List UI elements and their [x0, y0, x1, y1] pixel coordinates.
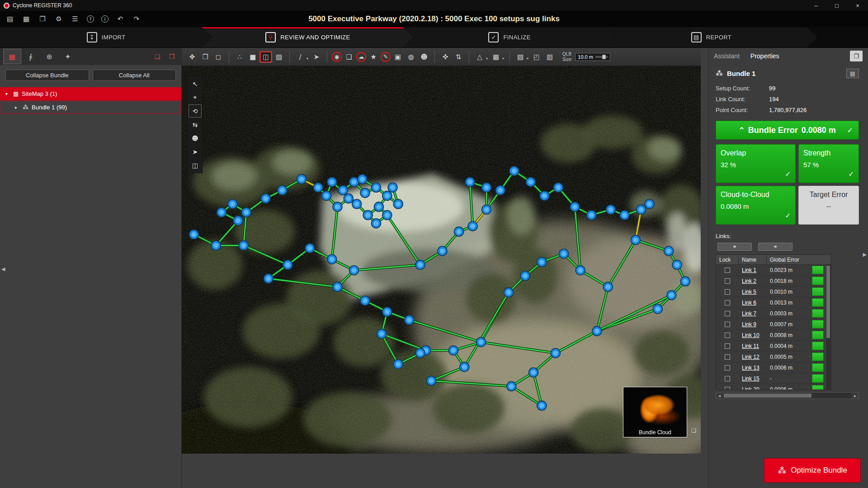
bundle-list-button[interactable]: ▤ [846, 69, 859, 78]
surface-view-icon[interactable]: ■ [247, 52, 259, 62]
link-name[interactable]: Link 13 [739, 365, 767, 371]
tree-item-sitemap[interactable]: ▾▦SiteMap 3 (1) [0, 87, 181, 100]
metric-tile-cloud-to-cloud[interactable]: Cloud-to-Cloud0.0080 m✓ [716, 186, 796, 225]
header-name[interactable]: Name [739, 255, 767, 264]
pan-view-icon[interactable]: ✥ [186, 52, 198, 62]
link-name[interactable]: Link 2 [739, 278, 767, 284]
point-render-icon[interactable]: ∴ [234, 52, 245, 62]
link-lock-checkbox[interactable] [725, 300, 730, 305]
link-row[interactable]: Link 120.0005 m [716, 352, 831, 362]
add-target-icon[interactable]: ◉ [332, 52, 342, 62]
vertical-scroll-thumb[interactable] [826, 266, 830, 338]
links-horizontal-scrollbar[interactable]: ◂ ▸ [716, 392, 859, 399]
add-tag-icon[interactable]: ❑ [343, 52, 355, 62]
scroll-left-icon[interactable]: ◂ [716, 393, 723, 399]
tab-import[interactable]: ↧IMPORT [0, 27, 212, 47]
bundle-error-banner[interactable]: ^ Bundle Error 0.0080 m ✓ [716, 121, 859, 140]
add-cloud-icon[interactable]: ☁ [356, 52, 366, 62]
link-name[interactable]: Link 9 [739, 321, 767, 328]
pano-view-icon[interactable]: ▨ [273, 52, 285, 62]
link-row[interactable]: Link 70.0003 m [716, 308, 831, 319]
settings-icon[interactable]: ⚙ [54, 14, 63, 23]
fly-tool-icon[interactable]: ➤ [189, 145, 201, 158]
links-vertical-scrollbar[interactable] [825, 265, 831, 389]
link-lock-checkbox[interactable] [725, 333, 730, 338]
metric-tile-target-error[interactable]: Target Error-- [798, 186, 859, 225]
qlb-size-slider[interactable] [595, 56, 608, 58]
storage-manager-icon[interactable]: ☰ [71, 14, 80, 23]
metric-tile-strength[interactable]: Strength57 %✓ [798, 144, 859, 183]
tree-expander-icon[interactable]: ▾ [5, 91, 10, 96]
grid-display-icon-dropdown[interactable]: ▾ [502, 56, 504, 61]
zoom-window-icon[interactable]: ◻ [212, 52, 224, 62]
scan-mode-icon[interactable]: ▥ [544, 52, 556, 62]
link-name[interactable]: Link 7 [739, 310, 767, 317]
tab-finalize[interactable]: ✓FINALIZE [404, 27, 616, 47]
panel-layout-icon[interactable]: ❐ [850, 51, 863, 61]
qlb-slider-thumb[interactable] [602, 55, 606, 59]
link-row[interactable]: Link 50.0010 m [716, 286, 831, 297]
link-row[interactable]: Link 20.0018 m [716, 276, 831, 286]
view-cube-icon[interactable]: ▧ [514, 52, 526, 62]
link-name[interactable]: Link 20 [739, 386, 767, 390]
attachments-tab-icon[interactable]: ∮ [22, 49, 39, 64]
qlb-size-input[interactable]: 10.0 m [575, 53, 610, 61]
scroll-right-icon[interactable]: ▸ [852, 393, 859, 399]
limit-box-icon-dropdown[interactable]: ▾ [486, 56, 488, 61]
pick-point-icon[interactable]: ➤ [311, 52, 322, 62]
horizontal-scroll-track[interactable] [723, 393, 852, 399]
collapse-all-button[interactable]: Collapse All [93, 70, 176, 81]
import-data-icon[interactable]: ❐ [38, 14, 47, 23]
dock-panel-icon[interactable]: ❐ [166, 51, 178, 62]
tab-review-and-optimize[interactable]: ⚲REVIEW AND OPTIMIZE [202, 27, 414, 47]
section-tool-icon[interactable]: ◫ [189, 159, 201, 171]
tab-properties[interactable]: Properties [750, 52, 779, 60]
link-tool-button-2[interactable]: ⚭ [758, 243, 793, 251]
open-project-icon[interactable]: ▤ [5, 14, 14, 23]
info-icon[interactable]: i [101, 15, 108, 23]
link-lock-checkbox[interactable] [725, 376, 730, 381]
link-name[interactable]: Link 1 [739, 267, 767, 273]
link-name[interactable]: Link 12 [739, 354, 767, 360]
draw-markup-icon[interactable]: ✎ [381, 52, 391, 62]
save-project-icon[interactable]: ▦ [22, 14, 31, 23]
favorites-tab-icon[interactable]: ✦ [59, 49, 76, 64]
tree-item-bundle[interactable]: ▸⁂Bundle 1 (99) [1, 101, 180, 114]
tab-assistant[interactable]: Assistant [714, 52, 740, 60]
bundle-cloud-thumbnail[interactable]: Bundle Cloud [623, 387, 687, 437]
minimize-button[interactable]: – [806, 0, 826, 11]
tree-expander-icon[interactable]: ▸ [15, 105, 19, 110]
link-lock-checkbox[interactable] [725, 289, 730, 295]
link-row[interactable]: Link 60.0013 m [716, 297, 831, 308]
link-name[interactable]: Link 5 [739, 289, 767, 295]
link-lock-checkbox[interactable] [725, 278, 730, 284]
move-setup-icon[interactable]: ✜ [439, 52, 451, 62]
link-row[interactable]: Link 130.0006 m [716, 362, 831, 373]
user-marker-icon[interactable]: ☻ [418, 52, 430, 62]
link-tool-button-1[interactable]: ⚭ [717, 243, 752, 251]
collapse-chevron-icon[interactable]: ^ [739, 126, 745, 134]
walk-tool-icon[interactable]: ☻ [189, 132, 201, 144]
link-lock-checkbox[interactable] [725, 311, 730, 316]
link-row[interactable]: Link 200.0006 m [716, 384, 831, 390]
help-icon[interactable]: ? [87, 15, 94, 23]
link-row[interactable]: Link 15- [716, 373, 831, 384]
collapse-left-panel-icon[interactable]: ◀ [1, 266, 5, 272]
select-tool-icon[interactable]: ↖ [189, 78, 201, 90]
metric-tile-overlap[interactable]: Overlap32 %✓ [716, 144, 796, 183]
measure-icon[interactable]: ∕ [294, 52, 306, 62]
swap-setup-icon[interactable]: ⇅ [453, 52, 464, 62]
snapshot-icon[interactable]: ▣ [392, 52, 404, 62]
link-name[interactable]: Link 11 [739, 343, 767, 349]
link-name[interactable]: Link 10 [739, 332, 767, 338]
tab-report[interactable]: ▤REPORT [605, 27, 817, 47]
orbit-tool-icon[interactable]: ⟲ [189, 105, 201, 117]
view-cube-icon-dropdown[interactable]: ▾ [527, 56, 528, 61]
pick-tool-icon[interactable]: ⌖ [189, 91, 201, 103]
header-lock[interactable]: Lock [716, 255, 739, 264]
link-row[interactable]: Link 100.0008 m [716, 330, 831, 341]
web-share-tab-icon[interactable]: ⊕ [41, 49, 58, 64]
limit-box-icon[interactable]: △ [474, 52, 486, 62]
add-annotation-icon[interactable]: ★ [368, 52, 379, 62]
link-lock-checkbox[interactable] [725, 354, 730, 360]
